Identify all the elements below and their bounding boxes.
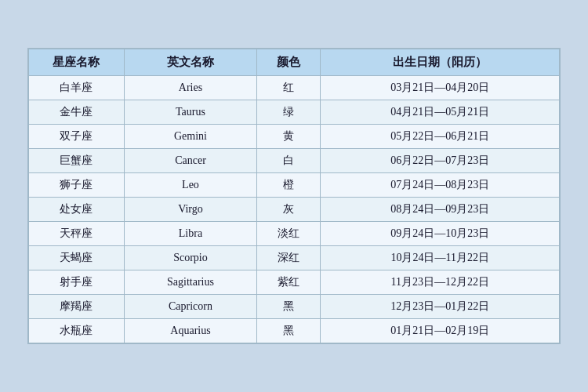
header-color: 颜色 — [257, 49, 321, 76]
table-row: 金牛座Taurus绿04月21日—05月21日 — [29, 100, 560, 125]
cell-date: 03月21日—04月20日 — [321, 76, 560, 100]
cell-color: 黑 — [257, 319, 321, 343]
cell-chinese: 白羊座 — [29, 76, 125, 100]
header-english: 英文名称 — [124, 49, 256, 76]
cell-date: 01月21日—02月19日 — [321, 319, 560, 343]
cell-color: 橙 — [257, 173, 321, 198]
zodiac-table-container: 星座名称 英文名称 颜色 出生日期（阳历） 白羊座Aries红03月21日—04… — [27, 48, 561, 344]
cell-date: 11月23日—12月22日 — [321, 270, 560, 295]
cell-date: 09月24日—10月23日 — [321, 222, 560, 246]
cell-color: 绿 — [257, 100, 321, 125]
cell-english: Taurus — [124, 100, 256, 125]
table-row: 水瓶座Aquarius黑01月21日—02月19日 — [29, 319, 560, 343]
cell-chinese: 摩羯座 — [29, 295, 125, 319]
cell-color: 淡红 — [257, 222, 321, 246]
cell-color: 黄 — [257, 125, 321, 149]
cell-english: Libra — [124, 222, 256, 246]
cell-chinese: 双子座 — [29, 125, 125, 149]
cell-date: 07月24日—08月23日 — [321, 173, 560, 198]
cell-color: 黑 — [257, 295, 321, 319]
cell-date: 04月21日—05月21日 — [321, 100, 560, 125]
table-row: 巨蟹座Cancer白06月22日—07月23日 — [29, 149, 560, 173]
cell-english: Aquarius — [124, 319, 256, 343]
cell-english: Cancer — [124, 149, 256, 173]
table-row: 双子座Gemini黄05月22日—06月21日 — [29, 125, 560, 149]
cell-english: Scorpio — [124, 246, 256, 270]
header-chinese: 星座名称 — [29, 49, 125, 76]
cell-chinese: 狮子座 — [29, 173, 125, 198]
cell-color: 红 — [257, 76, 321, 100]
cell-chinese: 水瓶座 — [29, 319, 125, 343]
cell-date: 05月22日—06月21日 — [321, 125, 560, 149]
table-row: 天蝎座Scorpio深红10月24日—11月22日 — [29, 246, 560, 270]
cell-date: 10月24日—11月22日 — [321, 246, 560, 270]
cell-english: Leo — [124, 173, 256, 198]
cell-chinese: 天蝎座 — [29, 246, 125, 270]
cell-color: 紫红 — [257, 270, 321, 295]
table-row: 白羊座Aries红03月21日—04月20日 — [29, 76, 560, 100]
table-row: 射手座Sagittarius紫红11月23日—12月22日 — [29, 270, 560, 295]
cell-english: Virgo — [124, 198, 256, 222]
cell-color: 深红 — [257, 246, 321, 270]
table-row: 摩羯座Capricorn黑12月23日—01月22日 — [29, 295, 560, 319]
cell-color: 灰 — [257, 198, 321, 222]
cell-chinese: 天秤座 — [29, 222, 125, 246]
table-row: 狮子座Leo橙07月24日—08月23日 — [29, 173, 560, 198]
cell-chinese: 金牛座 — [29, 100, 125, 125]
table-row: 处女座Virgo灰08月24日—09月23日 — [29, 198, 560, 222]
table-header-row: 星座名称 英文名称 颜色 出生日期（阳历） — [29, 49, 560, 76]
cell-english: Sagittarius — [124, 270, 256, 295]
cell-chinese: 处女座 — [29, 198, 125, 222]
cell-date: 08月24日—09月23日 — [321, 198, 560, 222]
cell-date: 12月23日—01月22日 — [321, 295, 560, 319]
cell-color: 白 — [257, 149, 321, 173]
cell-english: Aries — [124, 76, 256, 100]
cell-chinese: 射手座 — [29, 270, 125, 295]
cell-english: Gemini — [124, 125, 256, 149]
zodiac-table: 星座名称 英文名称 颜色 出生日期（阳历） 白羊座Aries红03月21日—04… — [28, 49, 560, 343]
cell-date: 06月22日—07月23日 — [321, 149, 560, 173]
cell-chinese: 巨蟹座 — [29, 149, 125, 173]
header-date: 出生日期（阳历） — [321, 49, 560, 76]
cell-english: Capricorn — [124, 295, 256, 319]
table-row: 天秤座Libra淡红09月24日—10月23日 — [29, 222, 560, 246]
